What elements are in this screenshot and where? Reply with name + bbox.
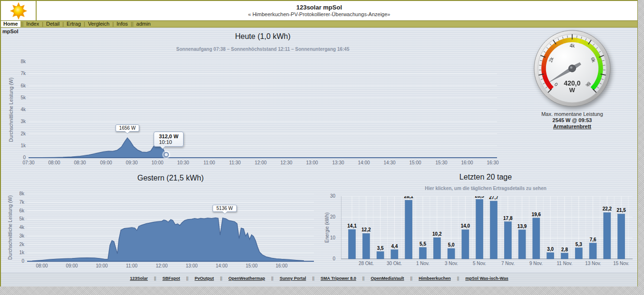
x-tick-label: 13:00: [302, 160, 322, 165]
nav-item-vergleich[interactable]: Vergleich: [86, 21, 112, 27]
bar-day-4[interactable]: [405, 200, 412, 259]
nav-item-ertrag[interactable]: Ertrag: [64, 21, 83, 27]
x-tick-label: 10:30: [173, 160, 194, 165]
nav-item-index[interactable]: Index: [24, 21, 41, 27]
footer-links: 123Solar||SBFspot||PvOutput||OpenWeather…: [1, 276, 637, 281]
x-tick-label: 14:30: [379, 160, 400, 165]
nav-item-home[interactable]: Home: [1, 21, 20, 27]
x-tick-label: 15:00: [241, 263, 262, 268]
heute-chart-title: Heute (1,0 kWh): [29, 32, 497, 41]
bar-value-label: 12,2: [361, 227, 371, 232]
footer-link-123solar[interactable]: 123Solar: [130, 276, 148, 281]
bar-value-label: 28,5: [475, 196, 484, 199]
chart-tooltip: 1656 W: [116, 124, 139, 132]
bar-day-12[interactable]: [518, 230, 526, 259]
bar-value-label: 21,5: [616, 208, 626, 213]
bar-value-label: 10,2: [432, 231, 442, 237]
bar-day-2[interactable]: [377, 252, 384, 259]
x-tick-label: 15:30: [431, 160, 452, 165]
bar-day-6[interactable]: [433, 238, 440, 259]
bar-value-label: 17,8: [503, 216, 513, 221]
sun-times-subtitle: Sonnenaufgang 07:38 – Sonnenhöchststand …: [29, 47, 497, 52]
hover-tooltip: 312,0 W10:10: [154, 132, 184, 147]
gauge-value: 420,0: [564, 79, 580, 87]
bar-day-1[interactable]: [362, 233, 370, 259]
footer-link-pvoutput[interactable]: PvOutput: [195, 276, 214, 281]
bar-value-label: 3,0: [547, 247, 554, 252]
nav-item-infos[interactable]: Infos: [114, 21, 130, 27]
last20days-plot-area[interactable]: 14,112,23,54,428,15,510,25,014,028,527,7…: [341, 196, 633, 260]
footer-link-openmediavault[interactable]: OpenMediaVault: [371, 276, 404, 281]
bar-x-tick-label: 15 Nov.: [608, 261, 634, 266]
x-tick-label: 12:00: [151, 263, 172, 268]
bar-day-18[interactable]: [604, 212, 611, 259]
y-axis-label: Durchschnittliche Leistung (W): [8, 175, 13, 280]
nav-separator: ||: [130, 21, 134, 27]
x-tick-label: 15:00: [405, 160, 426, 165]
bar-day-16[interactable]: [575, 248, 582, 259]
last20days-details-link[interactable]: Hier klicken, um die täglichen Ertragsde…: [339, 186, 633, 191]
x-tick-label: 09:00: [61, 263, 82, 268]
x-tick-label: 16:00: [457, 160, 478, 165]
bar-day-0[interactable]: [349, 229, 356, 259]
gestern-plot-area[interactable]: [27, 194, 314, 262]
bar-day-15[interactable]: [561, 253, 568, 259]
footer-link-mpsol-was-isch-was[interactable]: mpSol Was-isch-Was: [465, 276, 508, 281]
solar-dashboard-page: 123solar mpSol « Himbeerkuchen-PV-Protok…: [0, 0, 644, 295]
bar-value-label: 22,2: [603, 206, 612, 211]
gauge-unit: W: [569, 86, 576, 94]
x-tick-label: 09:30: [121, 160, 142, 165]
x-tick-label: 08:30: [69, 160, 90, 165]
bar-day-17[interactable]: [589, 243, 596, 259]
bar-value-label: 28,1: [404, 196, 413, 199]
bar-value-label: 2,8: [561, 247, 568, 252]
footer-link-himbeerkuchen[interactable]: Himbeerkuchen: [419, 276, 451, 281]
nav-item-admin[interactable]: admin: [134, 21, 153, 27]
bar-x-tick-label: 11 Nov.: [551, 261, 578, 266]
bar-value-label: 27,7: [489, 196, 498, 200]
bar-value-label: 5,5: [420, 241, 426, 247]
x-tick-label: 12:00: [250, 160, 271, 165]
last20days-chart-title: Letzten 20 tage: [339, 173, 633, 181]
bar-day-8[interactable]: [462, 229, 469, 259]
data-point-marker: [164, 152, 169, 157]
bar-x-tick-label: 7 Nov.: [495, 261, 521, 266]
chart-tooltip: 5136 W: [213, 205, 236, 212]
bar-value-label: 19,6: [532, 212, 541, 217]
bar-day-9[interactable]: [476, 200, 483, 259]
bar-day-10[interactable]: [490, 201, 498, 259]
bar-day-19[interactable]: [618, 214, 625, 259]
dashboard-link[interactable]: Armaturenbrett: [553, 124, 591, 129]
x-tick-label: 14:00: [353, 160, 374, 165]
footer-separator: ||: [271, 276, 273, 281]
footer-separator: ||: [457, 276, 459, 281]
footer-link-sunny-portal[interactable]: Sunny Portal: [280, 276, 306, 281]
bar-day-13[interactable]: [533, 218, 540, 259]
bar-day-5[interactable]: [420, 247, 427, 259]
footer-link-sbfspot[interactable]: SBFspot: [162, 276, 180, 281]
x-tick-label: 10:00: [147, 160, 168, 165]
x-tick-label: 07:30: [18, 160, 39, 165]
bar-x-tick-label: 1 Nov.: [410, 261, 436, 266]
x-tick-label: 11:30: [224, 160, 245, 165]
heute-plot-area[interactable]: [29, 62, 497, 159]
bar-x-tick-label: 5 Nov.: [466, 261, 493, 266]
footer-link-openweathermap[interactable]: OpenWeathermap: [228, 276, 265, 281]
bar-day-3[interactable]: [391, 250, 398, 259]
x-tick-label: 16:00: [271, 263, 292, 268]
x-tick-label: 16:30: [482, 160, 503, 165]
bar-x-tick-label: 30 Okt.: [381, 261, 408, 266]
gauge-max-reading: 2545 W @ 09:53: [531, 117, 613, 124]
bar-day-11[interactable]: [504, 222, 511, 259]
y-axis-label: Durchschnittliche Leistung (W): [9, 57, 14, 162]
x-tick-label: 12:30: [276, 160, 297, 165]
x-tick-label: 13:00: [181, 263, 202, 268]
bar-value-label: 4,4: [391, 244, 398, 249]
breadcrumb: mpSol: [2, 29, 19, 34]
nav-item-detail[interactable]: Detail: [44, 21, 62, 27]
footer-link-sma-tripower-8-0[interactable]: SMA Tripower 8.0: [321, 276, 356, 281]
bar-day-14[interactable]: [547, 253, 554, 259]
power-gauge: 02k4k6k8k420,0W: [531, 28, 613, 109]
x-tick-label: 08:00: [44, 160, 65, 165]
bar-day-7[interactable]: [448, 248, 455, 259]
